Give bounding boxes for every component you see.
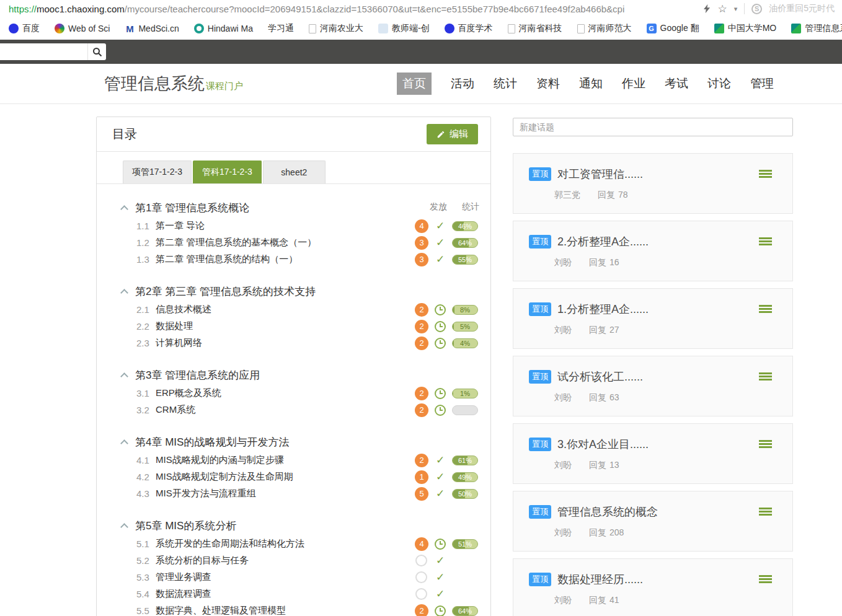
bookmark-star-icon[interactable]: ☆ <box>717 4 727 14</box>
bookmark-item[interactable]: 河南省科技 <box>508 23 562 34</box>
collapse-chevron-icon[interactable] <box>120 289 128 297</box>
collapse-chevron-icon[interactable] <box>120 439 128 447</box>
nav-tab[interactable]: 讨论 <box>707 76 731 92</box>
bookmark-label: 百度学术 <box>458 23 493 34</box>
nav-tab[interactable]: 作业 <box>622 76 645 92</box>
section-row[interactable]: 2.3 计算机网络 2 4% <box>120 335 481 351</box>
task-count-badge <box>415 555 427 566</box>
status-icon <box>436 219 445 232</box>
topic-card[interactable]: 置顶 数据处理经历...... 刘盼 回复 41 <box>513 558 793 616</box>
catalog-header: 目录 编辑 <box>97 117 490 152</box>
section-number: 4.1 <box>136 455 156 465</box>
section-row[interactable]: 5.3 管理业务调查 <box>120 569 481 586</box>
section-row[interactable]: 3.1 ERP概念及系统 2 1% <box>120 385 481 402</box>
search-button[interactable] <box>87 43 106 60</box>
nav-tab[interactable]: 首页 <box>397 73 432 95</box>
section-row[interactable]: 1.1 第一章 导论 4 46% <box>120 218 481 234</box>
bookmark-item[interactable]: 百度 <box>9 23 40 34</box>
bookmark-item[interactable]: 教师端-创 <box>378 23 430 34</box>
reply-label: 回复 <box>589 325 606 336</box>
menu-icon[interactable] <box>759 237 772 245</box>
address-bar[interactable]: https://mooc1.chaoxing.com/mycourse/teac… <box>9 4 696 14</box>
pinned-badge: 置顶 <box>529 505 551 519</box>
nav-tab[interactable]: 统计 <box>494 76 517 92</box>
progress-label: 55% <box>453 255 477 264</box>
bookmark-item[interactable]: Hindawi Ma <box>194 24 253 33</box>
task-count-badge: 4 <box>415 537 428 551</box>
bookmark-item[interactable]: Web of Sci <box>55 24 110 33</box>
flash-icon[interactable] <box>704 4 711 14</box>
section-row[interactable]: 2.1 信息技术概述 2 8% <box>120 301 481 318</box>
pencil-icon <box>437 130 445 139</box>
section-title: 第二章 管理信息系统的基本概念（一） <box>156 237 316 249</box>
chapter-block: 第4章 MIS的战略规划与开发方法 发放 统计 4.1 MIS战略规划的内涵与制… <box>120 432 481 502</box>
class-tab[interactable]: 管科17-1-2-3 <box>193 161 262 183</box>
extension-icon[interactable]: S <box>751 4 762 14</box>
menu-icon[interactable] <box>759 508 772 516</box>
section-row[interactable]: 3.2 CRM系统 2 <box>120 402 481 418</box>
menu-icon[interactable] <box>759 440 772 448</box>
task-count-badge: 1 <box>415 470 428 484</box>
section-number: 1.1 <box>136 221 156 231</box>
topic-card[interactable]: 置顶 管理信息系统的概念 刘盼 回复 208 <box>513 491 793 552</box>
menu-icon[interactable] <box>759 575 772 583</box>
bookmark-item[interactable]: 学习通 <box>268 23 294 34</box>
reply-label: 回复 <box>589 257 606 268</box>
section-row[interactable]: 1.3 第二章 管理信息系统的结构（一） 3 55% <box>120 251 481 268</box>
reply-count: 27 <box>609 325 619 336</box>
task-count-badge: 3 <box>415 253 428 266</box>
chapter-row: 第2章 第三章 管理信息系统的技术支持 发放 统计 <box>120 281 481 301</box>
collapse-chevron-icon[interactable] <box>120 205 128 213</box>
bookmark-label: Web of Sci <box>68 24 110 33</box>
collapse-chevron-icon[interactable] <box>120 372 128 381</box>
search-input[interactable] <box>0 43 87 60</box>
bookmark-favicon <box>55 24 64 33</box>
star-dropdown-icon[interactable]: ▾ <box>734 5 738 13</box>
collapse-chevron-icon[interactable] <box>120 523 128 531</box>
bookmark-item[interactable]: 中国大学MO <box>714 23 777 34</box>
nav-tab[interactable]: 考试 <box>665 76 688 92</box>
section-row[interactable]: 4.3 MIS开发方法与流程重组 5 50% <box>120 485 481 502</box>
nav-tab[interactable]: 管理 <box>750 76 774 92</box>
menu-icon[interactable] <box>759 170 772 178</box>
bookmark-favicon <box>647 24 657 33</box>
topic-card[interactable]: 置顶 2.分析整理A企...... 刘盼 回复 16 <box>513 221 793 281</box>
bookmark-item[interactable]: 百度学术 <box>445 23 493 34</box>
section-row[interactable]: 1.2 第二章 管理信息系统的基本概念（一） 3 64% <box>120 234 481 251</box>
bookmark-item[interactable]: 河南农业大 <box>309 23 363 34</box>
topic-card[interactable]: 置顶 3.你对A企业目...... 刘盼 回复 13 <box>513 423 793 484</box>
status-icon <box>435 321 446 332</box>
class-tab[interactable]: sheet2 <box>263 161 326 183</box>
section-row[interactable]: 5.5 数据字典、处理逻辑及管理模型 2 64% <box>120 602 481 616</box>
section-title: 数据处理 <box>156 320 193 332</box>
progress-pill: 64% <box>452 606 478 616</box>
section-row[interactable]: 4.1 MIS战略规划的内涵与制定步骤 2 61% <box>120 452 481 469</box>
section-row[interactable]: 5.1 系统开发的生命周期法和结构化方法 4 51% <box>120 535 481 552</box>
section-row[interactable]: 2.2 数据处理 2 5% <box>120 318 481 335</box>
bookmark-item[interactable]: 河南师范大 <box>577 23 632 34</box>
bookmark-item[interactable]: Google 翻 <box>647 23 699 34</box>
topic-card[interactable]: 置顶 1.分析整理A企...... 刘盼 回复 27 <box>513 288 793 349</box>
progress-label: 4% <box>453 339 477 348</box>
nav-tab[interactable]: 活动 <box>451 76 474 92</box>
discussion-sidebar: 置顶 对工资管理信...... 郭三党 回复 78 置顶 <box>513 118 793 616</box>
menu-icon[interactable] <box>759 372 772 381</box>
class-tab[interactable]: 项管17-1-2-3 <box>123 161 192 183</box>
reply-count: 16 <box>609 257 619 268</box>
nav-tab[interactable]: 通知 <box>579 76 603 92</box>
section-status-cluster: 2 1% <box>415 387 481 400</box>
status-icon <box>435 605 446 616</box>
topic-card[interactable]: 置顶 对工资管理信...... 郭三党 回复 78 <box>513 153 793 214</box>
nav-tab[interactable]: 资料 <box>536 76 560 92</box>
bookmark-item[interactable]: 管理信息系 <box>791 23 842 34</box>
bookmark-item[interactable]: MedSci.cn <box>125 24 179 33</box>
topic-card[interactable]: 置顶 试分析该化工...... 刘盼 回复 63 <box>513 356 793 416</box>
edit-button[interactable]: 编辑 <box>427 124 478 144</box>
section-number: 5.5 <box>136 605 156 616</box>
section-row[interactable]: 4.2 MIS战略规划定制方法及生命周期 1 49% <box>120 469 481 485</box>
section-row[interactable]: 5.4 数据流程调查 <box>120 586 481 602</box>
new-topic-input[interactable] <box>513 118 793 136</box>
section-row[interactable]: 5.2 系统分析的目标与任务 <box>120 552 481 569</box>
menu-icon[interactable] <box>759 305 772 313</box>
bookmark-label: 管理信息系 <box>805 23 842 34</box>
